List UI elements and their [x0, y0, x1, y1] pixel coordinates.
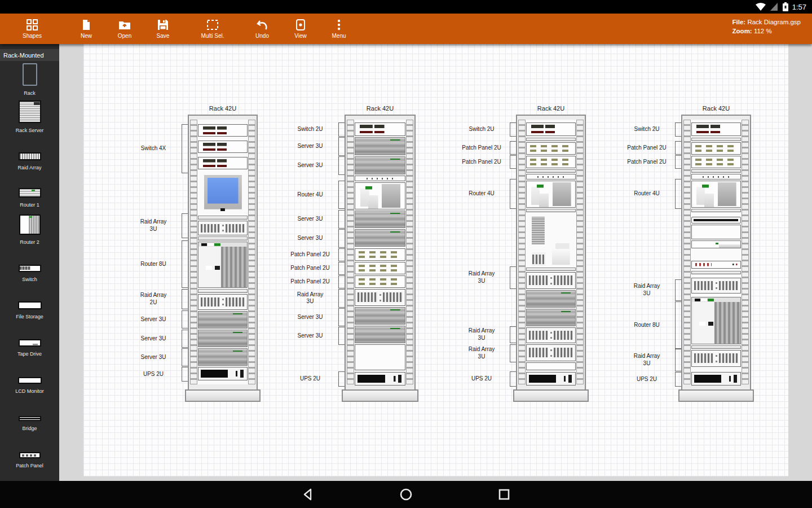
rack-unit-patch[interactable] [691, 156, 741, 168]
unit-label[interactable]: Raid Array3U [283, 291, 337, 305]
rack-unit-router8[interactable] [198, 242, 248, 288]
unit-label[interactable]: Router 8U [126, 261, 180, 268]
rack-unit-server[interactable] [526, 309, 576, 326]
rack-unit-shelf[interactable] [198, 289, 248, 293]
unit-label[interactable]: Router 4U [283, 191, 337, 199]
rack-unit-blank[interactable] [526, 362, 576, 370]
unit-label[interactable]: Raid Array2U [126, 292, 180, 306]
rack-unit-shelf[interactable] [691, 209, 741, 212]
palette-shape-lcd-monitor[interactable]: LCD Monitor [0, 359, 59, 396]
rack-unit-shelf[interactable] [691, 345, 741, 349]
rack-unit-raid[interactable] [198, 294, 248, 310]
rack-unit-ups[interactable] [526, 372, 576, 386]
unit-label[interactable]: Patch Panel 2U [454, 159, 509, 166]
unit-label[interactable]: Patch Panel 2U [454, 144, 509, 152]
rack-unit-server[interactable] [355, 229, 405, 247]
rack-unit-shelf[interactable] [198, 216, 248, 220]
rack-unit-shelf[interactable] [526, 209, 576, 212]
rack-unit-router4[interactable] [526, 181, 576, 208]
menu-button[interactable]: Menu [323, 16, 355, 42]
multi-select-button[interactable]: Multi Sel. [193, 16, 232, 42]
unit-label[interactable]: Switch 2U [454, 126, 509, 133]
rack-unit-patch[interactable] [355, 275, 405, 288]
rack-unit-server[interactable] [355, 156, 405, 174]
rack-unit-shelf[interactable] [198, 237, 248, 240]
rack-unit-server[interactable] [355, 307, 405, 325]
rack-unit-ups[interactable] [198, 367, 248, 380]
rack-unit-raid[interactable] [526, 272, 576, 289]
rack-unit-bridge[interactable] [691, 217, 741, 224]
unit-label[interactable]: Raid Array3U [126, 218, 180, 233]
rack-unit-router8[interactable] [691, 297, 741, 344]
rack[interactable]: Rack 42USwitch 2UServer 3UServer 3URoute… [345, 115, 416, 401]
unit-label[interactable]: Patch Panel 2U [283, 278, 337, 286]
unit-label[interactable]: Server 3U [283, 235, 337, 242]
palette-category-header[interactable]: Rack-Mounted [0, 49, 59, 61]
palette-shape-file-storage[interactable]: File Storage [0, 284, 59, 322]
unit-label[interactable]: Server 3U [126, 354, 180, 361]
unit-label[interactable]: Router 4U [620, 190, 674, 198]
rack-unit-server[interactable] [198, 311, 248, 329]
rack-unit-raid[interactable] [526, 327, 576, 343]
unit-label[interactable]: Server 3U [283, 216, 337, 223]
unit-label[interactable]: Raid Array3U [454, 327, 509, 341]
rack-unit-ports[interactable] [691, 261, 741, 269]
unit-label[interactable]: UPS 2U [454, 375, 509, 383]
rack-unit-shelf[interactable] [691, 138, 741, 141]
palette-shape-router-1[interactable]: Router 1 [0, 173, 59, 210]
palette-shape-rack[interactable]: Rack [0, 61, 59, 98]
rack-unit-server[interactable] [355, 211, 405, 228]
rack-unit-server[interactable] [198, 330, 248, 347]
rack-unit-ledtray[interactable] [691, 240, 741, 248]
rack-unit-raid[interactable] [691, 278, 741, 294]
rack-unit-dots[interactable] [355, 176, 405, 181]
rack-unit-raid[interactable] [198, 221, 248, 235]
unit-label[interactable]: Patch Panel 2U [620, 144, 674, 152]
unit-label[interactable]: Server 3U [283, 143, 337, 150]
rack-unit-patch[interactable] [355, 262, 405, 274]
unit-label[interactable]: Raid Array3U [620, 283, 674, 297]
unit-label[interactable]: Server 3U [283, 332, 337, 340]
unit-label[interactable]: Raid Array3U [620, 353, 674, 367]
rack-unit-raid[interactable] [355, 289, 405, 306]
rack-unit-shelf[interactable] [691, 271, 741, 274]
unit-label[interactable]: Switch 2U [620, 126, 674, 133]
rack-unit-dots[interactable] [526, 174, 576, 179]
unit-label[interactable]: UPS 2U [126, 371, 180, 378]
rack-unit-shelf[interactable] [526, 138, 576, 141]
rack[interactable]: Rack 42USwitch 2UPatch Panel 2UPatch Pan… [516, 115, 586, 401]
rack-unit-raid[interactable] [691, 350, 741, 367]
rack-unit-shelf[interactable] [526, 268, 576, 271]
palette-shape-router-2[interactable]: Router 2 [0, 210, 59, 247]
recents-button[interactable] [486, 483, 522, 506]
unit-label[interactable]: Switch 4X [126, 145, 180, 152]
rack[interactable]: Rack 42USwitch 4XRaid Array3URouter 8URa… [188, 115, 258, 401]
save-button[interactable]: Save [147, 16, 179, 42]
unit-label[interactable]: Server 3U [126, 335, 180, 343]
unit-label[interactable]: UPS 2U [620, 376, 674, 383]
unit-label[interactable]: Router 4U [454, 190, 509, 198]
rack-unit-switch[interactable] [526, 122, 576, 136]
rack-unit-dots[interactable] [691, 174, 741, 179]
unit-label[interactable]: Raid Array3U [454, 346, 509, 360]
view-button[interactable]: View [284, 16, 317, 42]
unit-label[interactable]: Router 8U [620, 322, 674, 329]
diagram-canvas[interactable]: Rack 42USwitch 4XRaid Array3URouter 8URa… [59, 44, 812, 481]
rack-unit-server[interactable] [355, 326, 405, 343]
rack-unit-server[interactable] [526, 290, 576, 308]
rack-unit-switch[interactable] [691, 122, 741, 136]
rack-unit-shelf[interactable] [526, 169, 576, 173]
rack-unit-switch[interactable] [198, 141, 248, 153]
rack[interactable]: Rack 42USwitch 2UPatch Panel 2UPatch Pan… [681, 115, 751, 401]
rack-unit-router4[interactable] [355, 182, 405, 209]
palette-shape-raid-array[interactable]: Raid Array [0, 135, 59, 173]
rack-unit-patch[interactable] [526, 156, 576, 168]
rack-unit-ups[interactable] [355, 372, 405, 386]
unit-label[interactable]: Server 3U [283, 162, 337, 169]
rack-unit-bay[interactable] [526, 214, 576, 268]
unit-label[interactable]: Server 3U [126, 316, 180, 323]
shapes-button[interactable]: Shapes [16, 16, 48, 42]
rack-unit-server[interactable] [355, 137, 405, 155]
rack-unit-server[interactable] [198, 348, 248, 366]
rack-unit-monitor[interactable] [198, 172, 248, 214]
